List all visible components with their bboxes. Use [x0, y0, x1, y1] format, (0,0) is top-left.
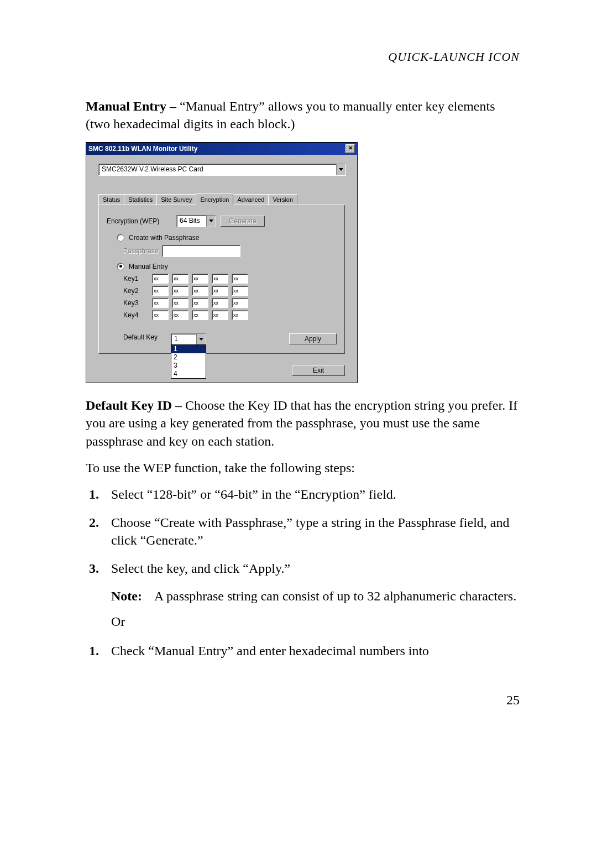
hex-input[interactable]: xx [232, 286, 248, 296]
tab-site-survey[interactable]: Site Survey [156, 194, 196, 205]
manual-entry-paragraph: Manual Entry – “Manual Entry” allows you… [86, 97, 520, 133]
step-2: Choose “Create with Passphrase,” type a … [86, 514, 520, 550]
note-text: A passphrase string can consist of up to… [154, 587, 516, 605]
radio-manual-entry[interactable] [117, 263, 124, 270]
default-key-label: Default Key [123, 333, 163, 341]
or-text: Or [86, 613, 520, 630]
default-key-option-3[interactable]: 3 [171, 362, 206, 370]
generate-button[interactable]: Generate [221, 216, 265, 227]
tab-advanced[interactable]: Advanced [233, 194, 269, 205]
hex-input[interactable]: xx [192, 286, 208, 296]
manual-entry-label: Manual Entry [129, 263, 168, 270]
hex-input[interactable]: xx [192, 274, 208, 284]
key-label: Key3 [123, 299, 149, 307]
key-row-2: Key2xxxxxxxxxx [123, 286, 337, 296]
manual-entry-title: Manual Entry [86, 99, 166, 113]
hex-input[interactable]: xx [212, 286, 228, 296]
tab-status[interactable]: Status [98, 194, 124, 205]
hex-input[interactable]: xx [192, 298, 208, 308]
key-row-4: Key4xxxxxxxxxx [123, 310, 337, 320]
chevron-down-icon[interactable] [206, 216, 216, 227]
bits-select[interactable]: 64 Bits [176, 215, 216, 227]
window-title: SMC 802.11b WLAN Monitor Utility [88, 145, 197, 153]
default-key-id-title: Default Key ID [86, 398, 172, 412]
step-1: Select “128-bit” or “64-bit” in the “Enc… [86, 485, 520, 503]
key-row-1: Key1xxxxxxxxxx [123, 274, 337, 284]
note-block: Note: A passphrase string can consist of… [86, 587, 520, 605]
hex-input[interactable]: xx [232, 298, 248, 308]
create-passphrase-label: Create with Passphrase [129, 234, 199, 242]
encryption-wep-label: Encryption (WEP) [107, 217, 172, 225]
key-label: Key2 [123, 287, 149, 295]
hex-input[interactable]: xx [212, 274, 228, 284]
default-key-option-2[interactable]: 2 [171, 353, 206, 362]
tab-version[interactable]: Version [268, 194, 297, 205]
hex-input[interactable]: xx [232, 274, 248, 284]
page-section-header: QUICK-LAUNCH ICON [86, 50, 520, 64]
default-key-options[interactable]: 1 2 3 4 [171, 344, 206, 379]
key-label: Key4 [123, 311, 149, 319]
tab-statistics[interactable]: Statistics [124, 194, 157, 205]
default-key-value: 1 [171, 334, 196, 345]
hex-input[interactable]: xx [232, 310, 248, 320]
note-label: Note: [111, 587, 150, 605]
hex-input[interactable]: xx [152, 298, 169, 308]
titlebar: SMC 802.11b WLAN Monitor Utility ✕ [86, 143, 357, 155]
hex-input[interactable]: xx [152, 274, 169, 284]
chevron-down-icon[interactable] [196, 334, 206, 345]
steps-list-1: Select “128-bit” or “64-bit” in the “Enc… [86, 485, 520, 577]
default-key-option-1[interactable]: 1 [171, 345, 206, 353]
passphrase-label: Passphrase [123, 247, 158, 255]
bits-value: 64 Bits [177, 216, 206, 227]
page-number: 25 [86, 693, 520, 708]
tabstrip: Status Statistics Site Survey Encryption… [98, 192, 345, 205]
hex-input[interactable]: xx [212, 298, 228, 308]
hex-input[interactable]: xx [152, 286, 169, 296]
hex-input[interactable]: xx [212, 310, 228, 320]
hex-input[interactable]: xx [172, 286, 188, 296]
wep-intro: To use the WEP function, take the follow… [86, 459, 520, 477]
tab-encryption[interactable]: Encryption [196, 194, 233, 205]
default-key-select[interactable]: 1 [171, 333, 206, 346]
radio-create-passphrase[interactable] [117, 234, 124, 242]
key-row-3: Key3xxxxxxxxxx [123, 298, 337, 308]
steps-list-2: Check “Manual Entry” and enter hexadecim… [86, 642, 520, 660]
apply-button[interactable]: Apply [289, 333, 337, 344]
chevron-down-icon[interactable] [336, 164, 345, 175]
hex-input[interactable]: xx [152, 310, 169, 320]
card-select[interactable]: SMC2632W V.2 Wireless PC Card [98, 164, 346, 176]
encryption-panel: Encryption (WEP) 64 Bits Generate Create… [98, 205, 345, 354]
key-label: Key1 [123, 275, 149, 283]
step-3: Select the key, and click “Apply.” [86, 560, 520, 577]
card-select-value: SMC2632W V.2 Wireless PC Card [99, 164, 336, 175]
close-icon[interactable]: ✕ [345, 144, 355, 153]
default-key-option-4[interactable]: 4 [171, 370, 206, 378]
wlan-utility-window: SMC 802.11b WLAN Monitor Utility ✕ SMC26… [86, 142, 358, 383]
exit-button[interactable]: Exit [292, 365, 345, 376]
default-key-id-paragraph: Default Key ID – Choose the Key ID that … [86, 396, 520, 450]
alt-step-1: Check “Manual Entry” and enter hexadecim… [86, 642, 520, 660]
passphrase-input[interactable] [162, 245, 240, 257]
hex-input[interactable]: xx [172, 298, 188, 308]
hex-input[interactable]: xx [192, 310, 208, 320]
hex-input[interactable]: xx [172, 310, 188, 320]
hex-input[interactable]: xx [172, 274, 188, 284]
